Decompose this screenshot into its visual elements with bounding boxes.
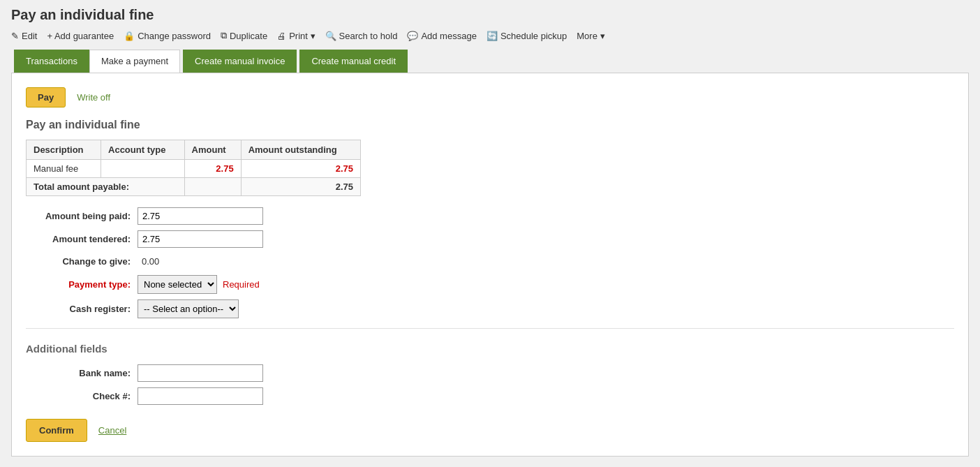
check-number-input[interactable]	[138, 387, 263, 405]
confirm-button[interactable]: Confirm	[26, 419, 87, 442]
amount-being-paid-label: Amount being paid:	[26, 211, 138, 221]
search-to-hold-button[interactable]: 🔍 Search to hold	[325, 31, 398, 41]
col-amount-outstanding: Amount outstanding	[241, 140, 360, 160]
cash-register-label: Cash register:	[26, 304, 138, 314]
total-value: 2.75	[241, 178, 360, 196]
payment-type-select[interactable]: None selected	[138, 275, 217, 294]
col-description: Description	[27, 140, 101, 160]
bank-name-input[interactable]	[138, 364, 263, 382]
duplicate-button[interactable]: ⧉ Duplicate	[221, 30, 267, 41]
section-title: Pay an individual fine	[26, 119, 954, 131]
bank-name-label: Bank name:	[26, 368, 138, 378]
change-password-button[interactable]: 🔒 Change password	[124, 31, 211, 41]
tabs: Transactions Make a payment Create manua…	[11, 50, 969, 73]
more-button[interactable]: More ▾	[577, 31, 604, 41]
change-to-give-row: Change to give: 0.00	[26, 253, 954, 269]
print-icon: 🖨	[277, 31, 286, 41]
total-label: Total amount payable:	[27, 178, 185, 196]
amount-tendered-label: Amount tendered:	[26, 234, 138, 244]
pay-button[interactable]: Pay	[26, 87, 66, 108]
cancel-button[interactable]: Cancel	[96, 422, 129, 438]
required-text: Required	[223, 279, 260, 290]
print-button[interactable]: 🖨 Print ▾	[277, 31, 315, 41]
additional-fields-section: Additional fields Bank name: Check #:	[26, 343, 954, 405]
add-guarantee-button[interactable]: + Add guarantee	[47, 31, 114, 41]
col-account-type: Account type	[101, 140, 185, 160]
divider	[26, 328, 954, 329]
tab-create-credit[interactable]: Create manual credit	[299, 50, 408, 73]
bank-name-row: Bank name:	[26, 364, 954, 382]
payment-type-label: Payment type:	[26, 279, 138, 290]
change-to-give-label: Change to give:	[26, 256, 138, 267]
cash-register-row: Cash register: -- Select an option--	[26, 299, 954, 318]
check-number-label: Check #:	[26, 391, 138, 401]
edit-icon: ✎	[11, 31, 19, 41]
cell-amount-outstanding: 2.75	[241, 160, 360, 178]
additional-fields-title: Additional fields	[26, 343, 954, 355]
amount-tendered-row: Amount tendered:	[26, 230, 954, 248]
col-amount: Amount	[184, 140, 241, 160]
edit-button[interactable]: ✎ Edit	[11, 31, 37, 41]
cell-amount: 2.75	[184, 160, 241, 178]
payment-type-row: Payment type: None selected Required	[26, 275, 954, 294]
amount-being-paid-input[interactable]	[138, 207, 263, 225]
search-icon: 🔍	[325, 31, 336, 41]
bottom-buttons: Confirm Cancel	[26, 419, 954, 442]
page-title: Pay an individual fine	[11, 7, 969, 23]
payment-form: Amount being paid: Amount tendered: Chan…	[26, 207, 954, 318]
message-icon: 💬	[407, 31, 418, 41]
lock-icon: 🔒	[124, 31, 135, 41]
toolbar: ✎ Edit + Add guarantee 🔒 Change password…	[11, 30, 969, 41]
schedule-pickup-button[interactable]: 🔄 Schedule pickup	[487, 31, 567, 41]
table-row: Manual fee 2.75 2.75	[27, 160, 361, 178]
tab-make-payment[interactable]: Make a payment	[89, 50, 180, 73]
tab-create-invoice[interactable]: Create manual invoice	[183, 50, 297, 73]
amount-tendered-input[interactable]	[138, 230, 263, 248]
schedule-icon: 🔄	[487, 31, 498, 41]
add-message-button[interactable]: 💬 Add message	[407, 31, 477, 41]
check-number-row: Check #:	[26, 387, 954, 405]
content-area: Pay Write off Pay an individual fine Des…	[11, 73, 969, 457]
cell-account-type	[101, 160, 185, 178]
change-to-give-value: 0.00	[138, 253, 163, 269]
cell-description: Manual fee	[27, 160, 101, 178]
total-row: Total amount payable: 2.75	[27, 178, 361, 196]
tab-transactions[interactable]: Transactions	[14, 50, 89, 73]
duplicate-icon: ⧉	[221, 30, 227, 41]
action-buttons: Pay Write off	[26, 87, 954, 108]
writeoff-button[interactable]: Write off	[71, 88, 116, 107]
amount-being-paid-row: Amount being paid:	[26, 207, 954, 225]
fine-table: Description Account type Amount Amount o…	[26, 140, 361, 196]
cash-register-select[interactable]: -- Select an option--	[138, 299, 239, 318]
